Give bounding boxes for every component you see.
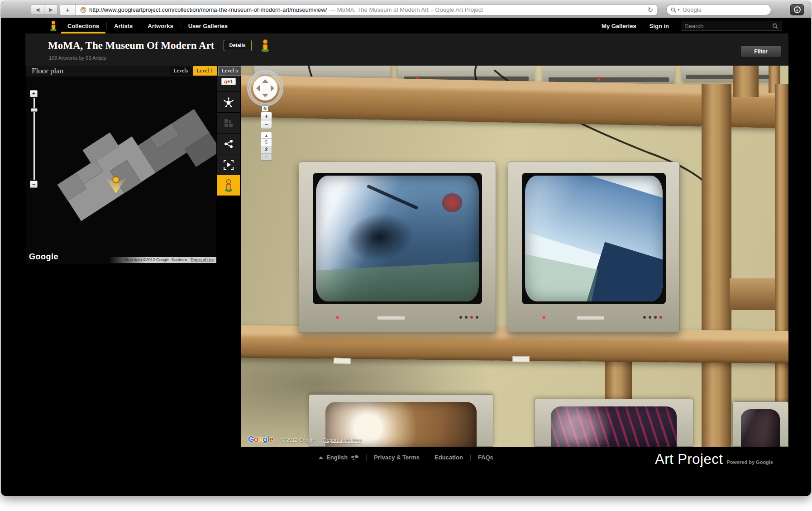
url-bar[interactable]: + http://www.googleartproject.com/collec… (60, 4, 657, 15)
details-button[interactable]: Details (224, 40, 252, 51)
viewer-toolbar: g+1 (216, 66, 241, 447)
search-icon (671, 7, 676, 13)
page-footer: English Privacy & Terms Education FAQs A… (1, 447, 811, 496)
pegman-map-marker[interactable] (102, 172, 129, 198)
map-zoom-in-button[interactable]: + (30, 90, 38, 97)
floor-2-button[interactable]: 2 (261, 146, 272, 153)
nav-divider (643, 23, 643, 29)
map-zoom-track[interactable] (33, 98, 35, 180)
collection-header: MoMA, The Museum Of Modern Art Details 1… (25, 33, 788, 66)
nav-tab-artists[interactable]: Artists (108, 18, 139, 33)
tv-screen (741, 409, 780, 447)
map-zoom-handle[interactable] (31, 108, 38, 112)
page-title-text: — MoMA, The Museum of Modern Art – Googl… (330, 6, 483, 13)
nav-tab-artworks[interactable]: Artworks (141, 18, 179, 33)
browser-forward-button[interactable]: ▶ (44, 4, 58, 15)
privacy-terms-link[interactable]: Privacy & Terms (374, 454, 420, 461)
footer-divider (470, 454, 471, 461)
browser-search-placeholder: Google (683, 6, 702, 13)
report-problem-link[interactable]: Report a problem (323, 437, 362, 443)
compass-north-badge: N (262, 105, 268, 112)
browser-search-field[interactable]: ▼ Google (666, 4, 771, 15)
powered-by-google: Powered by Google (726, 459, 773, 465)
collection-subtitle: 108 Artworks by 63 Artists (49, 55, 106, 61)
floorplan-panel-empty (26, 264, 216, 447)
footer-divider (427, 454, 427, 461)
nav-tab-user-galleries[interactable]: User Galleries (182, 18, 234, 33)
nav-tab-collections[interactable]: Collections (61, 18, 105, 33)
map-zoom-out-button[interactable]: − (30, 181, 38, 188)
downloads-button[interactable]: ▾ (790, 4, 804, 15)
language-label: English (326, 454, 348, 461)
pan-compass-control[interactable] (247, 70, 283, 106)
nav-divider (106, 22, 107, 29)
pegman-icon (260, 39, 271, 52)
wood-post (775, 84, 788, 447)
collection-title: MoMA, The Museum Of Modern Art (48, 40, 215, 52)
floorplan-map[interactable]: + − Google Map data ©2012 Google, Sanbor… (26, 76, 216, 264)
reload-icon[interactable]: ↻ (647, 6, 653, 14)
map-attribution-text: Map data ©2012 Google, Sanborn - (125, 258, 190, 262)
site-favicon-icon (80, 7, 86, 13)
share-button[interactable] (217, 134, 240, 154)
language-selector[interactable]: English (319, 454, 359, 461)
levels-label: Levels (170, 67, 191, 75)
education-link[interactable]: Education (435, 454, 463, 461)
footer-divider (366, 454, 367, 461)
my-galleries-link[interactable]: My Galleries (596, 23, 642, 29)
wood-post (733, 66, 759, 97)
floor-up-button[interactable]: ▲ (261, 132, 272, 139)
pegman-icon (223, 179, 234, 192)
streetview-pegman-button[interactable] (217, 175, 240, 196)
floor-down-button: ▼ (261, 153, 272, 161)
faqs-link[interactable]: FAQs (478, 454, 493, 461)
filter-button[interactable]: Filter (740, 45, 781, 57)
site-search-input[interactable]: Search (681, 21, 782, 31)
map-zoom-control: + − (30, 90, 38, 188)
floor-5-button[interactable]: 5 (261, 139, 272, 146)
copyright-text: © 2012 Google (282, 437, 315, 443)
browser-back-button[interactable]: ◀ (31, 4, 44, 15)
shelf-label-tag (512, 356, 530, 363)
browser-window: ◀ ▶ + http://www.googleartproject.com/co… (1, 1, 811, 496)
floorplan-panel: Floor plan Levels Level 1 Level 5 (26, 66, 216, 447)
download-arrow-icon: ▾ (794, 6, 801, 13)
sign-in-link[interactable]: Sign in (644, 23, 674, 29)
new-tab-button[interactable]: + (60, 5, 76, 15)
panorama-view[interactable]: N + − ▲ 5 2 ▼ Google © 2012 Google Repor… (241, 66, 788, 447)
google-map-logo: Google (29, 252, 58, 262)
thumbnail-grid-button[interactable] (217, 113, 240, 133)
level-1-button[interactable]: Level 1 (193, 66, 216, 76)
floor-selector: ▲ 5 2 ▼ (261, 132, 272, 161)
level-5-button[interactable]: Level 5 (218, 66, 242, 76)
building-footprint (26, 76, 216, 264)
pano-zoom-control: + − (261, 112, 272, 129)
video-play-icon (223, 159, 234, 171)
tv-screen (551, 406, 677, 447)
wood-post (702, 84, 731, 447)
search-icon (772, 23, 778, 29)
crt-tv (534, 399, 693, 447)
crt-tv (299, 162, 496, 333)
tv-screen (316, 176, 479, 301)
crt-tv (732, 401, 788, 447)
tv-control-panel (524, 313, 664, 323)
url-text: http://www.googleartproject.com/collecti… (89, 6, 327, 13)
pano-zoom-out-button[interactable]: − (261, 120, 272, 129)
gplus-one: +1 (227, 79, 233, 84)
search-engine-caret-icon: ▼ (677, 8, 680, 11)
dropdown-arrow-icon (319, 456, 323, 459)
tv-control-panel (315, 313, 480, 323)
share-icon (223, 138, 234, 149)
pano-zoom-in-button[interactable]: + (261, 112, 272, 120)
terms-of-use-link[interactable]: Terms of Use (191, 258, 215, 262)
pano-attribution: Google © 2012 Google Report a problem (248, 435, 362, 444)
crt-tv (508, 162, 680, 333)
explore-icon (223, 96, 234, 108)
tv-screen (525, 176, 663, 301)
video-button[interactable] (217, 154, 240, 175)
explore-artworks-button[interactable] (217, 92, 240, 112)
nav-divider (181, 22, 181, 29)
globe-icon (351, 455, 359, 460)
nav-divider (140, 22, 140, 29)
